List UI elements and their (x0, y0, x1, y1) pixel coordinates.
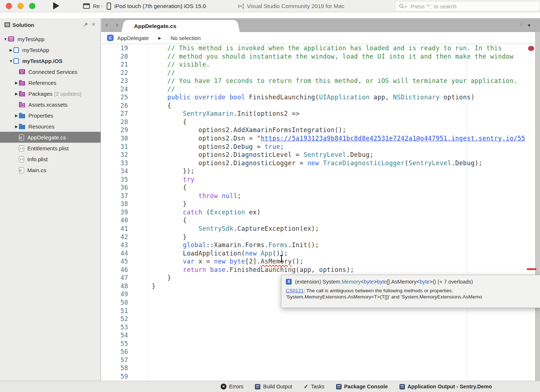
error-tooltip: X (extension) System.Memory<byte> byte[]… (281, 275, 540, 308)
sidebar-item-info-plist[interactable]: Info.plist (0, 154, 100, 165)
line-number: 24 (101, 85, 128, 94)
sidebar-item-label: References (28, 80, 56, 86)
sidebar-item-main-cs[interactable]: Main.cs (0, 165, 100, 175)
editor-area: ‹ › AppDelegate.cs ▼ C AppDelegate ▶ No … (101, 18, 540, 381)
error-code-link[interactable]: CS0121 (286, 288, 304, 293)
column-ruler (467, 44, 468, 381)
sidebar-item-label: Main.cs (27, 167, 46, 173)
sidebar-item-mytestapp-solution[interactable]: ▼myTestApp (0, 33, 100, 44)
sidebar-item-entitlements-plist[interactable]: Entitlements.plist (0, 143, 100, 154)
sidebar-item-mytestapp-ios[interactable]: ▼myTestApp.iOS (0, 55, 100, 66)
dock-item-label: Build Output (263, 384, 292, 389)
configuration-selector[interactable]: Re (93, 3, 100, 9)
collapsed-arrow-icon[interactable]: ▶ (14, 114, 19, 118)
tab-appdelegate[interactable]: AppDelegate.cs (126, 20, 235, 32)
code-line-56: 56 (101, 348, 540, 356)
pin-icon[interactable] (83, 22, 88, 29)
sidebar-item-appdelegate-cs[interactable]: AppDelegate.cs (0, 132, 100, 143)
line-number: 45 (101, 257, 128, 266)
folder-blue-icon (19, 125, 25, 129)
code-line-30: 30 options2.Dsn = "https://5a193123a9b84… (101, 134, 540, 143)
code-line-46: 46 return base.FinishedLaunching(app, op… (101, 266, 540, 274)
line-number: 53 (101, 323, 128, 332)
code-line-53: 53 (101, 323, 540, 332)
collapsed-arrow-icon[interactable]: ▶ (14, 92, 19, 96)
line-number: 48 (101, 282, 128, 290)
line-number: 44 (101, 249, 128, 258)
collapsed-arrow-icon[interactable]: ▶ (8, 48, 13, 52)
zoom-window-button[interactable] (29, 3, 35, 9)
sidebar-item-packages[interactable]: ▶Packages (2 updates) (0, 88, 100, 99)
line-number: 54 (101, 331, 128, 340)
sidebar-item-connected-services[interactable]: Connected Services (0, 66, 100, 77)
configuration-icon[interactable] (83, 3, 90, 9)
cs-file-icon (19, 134, 24, 140)
expanded-arrow-icon[interactable]: ▼ (8, 59, 13, 63)
expanded-arrow-icon[interactable]: ▼ (3, 37, 8, 41)
line-number: 56 (101, 348, 128, 356)
navigate-back-button[interactable]: ‹ (106, 20, 108, 29)
dock-item-build-output[interactable]: Build Output (255, 384, 292, 389)
collapsed-arrow-icon[interactable]: ▶ (14, 81, 19, 85)
code-line-37: 37 throw null; (101, 192, 540, 200)
line-number: 19 (101, 44, 128, 52)
tab-bar: ‹ › AppDelegate.cs ▼ (101, 18, 540, 32)
dock-item-label: Tasks (311, 384, 324, 389)
dock-item-label: Package Console (344, 384, 388, 389)
dock-item-tasks[interactable]: ✓Tasks (304, 383, 324, 390)
collapsed-arrow-icon[interactable]: ▶ (14, 124, 19, 128)
line-number: 36 (101, 183, 128, 192)
line-number: 52 (101, 315, 128, 323)
solution-icon (8, 36, 14, 41)
build-output-icon (255, 384, 260, 389)
code-line-52: 52 (101, 315, 540, 323)
editor-scrollbar[interactable] (535, 32, 540, 381)
sidebar-item-label: Entitlements.plist (27, 145, 68, 151)
close-window-button[interactable] (6, 3, 12, 9)
sidebar-item-resources[interactable]: ▶Resources (0, 121, 100, 132)
tab-list-dropdown-icon[interactable]: ▼ (527, 23, 531, 28)
close-icon[interactable]: ✕ (91, 21, 96, 27)
line-number: 34 (101, 167, 128, 175)
line-number: 23 (101, 77, 128, 85)
dsn-link[interactable]: https://5a193123a9b841bc8d8e42531e7242a1… (261, 135, 525, 142)
device-icon (107, 3, 111, 10)
breadcrumb-selection[interactable]: No selection (170, 35, 201, 41)
dock-item-package-console[interactable]: Package Console (336, 384, 388, 389)
line-number: 59 (101, 372, 128, 381)
plist-file-icon (19, 145, 24, 151)
code-line-25: 25 public override bool FinishedLaunchin… (101, 93, 540, 102)
search-input[interactable] (411, 2, 535, 10)
sidebar-item-properties[interactable]: ▶Properties (0, 110, 100, 121)
sidebar-item-assets-xcassets[interactable]: Assets.xcassets (0, 99, 100, 110)
solution-pad-header: Solution ✕ (0, 18, 100, 32)
code-line-35: 35 try (101, 175, 540, 184)
tasks-icon: ✓ (304, 383, 308, 390)
folder-blue-icon (19, 114, 25, 118)
breadcrumb-class[interactable]: AppDelegate (117, 35, 149, 41)
line-number: 42 (101, 233, 128, 241)
run-button[interactable] (53, 2, 59, 9)
device-selector[interactable]: iPod touch (7th generation) iOS 15.0 (114, 3, 206, 9)
code-line-31: 31 options2.Debug = true; (101, 143, 540, 151)
sidebar-item-label: Properties (28, 112, 53, 119)
dock-item-errors[interactable]: Errors (221, 384, 243, 389)
line-number: 28 (101, 118, 128, 126)
code-line-54: 54 (101, 331, 540, 340)
package-console-icon (336, 384, 342, 389)
code-line-42: 42 } (101, 233, 540, 241)
dock-item-application-output[interactable]: Application Output - Sentry.Demo (399, 384, 492, 389)
minimize-window-button[interactable] (17, 3, 24, 9)
search-box[interactable]: ▾ (395, 1, 540, 11)
sidebar-item-mytestapp-project[interactable]: ▶myTestApp (0, 44, 100, 55)
cs-file-icon (19, 167, 24, 173)
sidebar-item-suffix: (2 updates) (52, 91, 82, 97)
extension-method-icon: X (286, 279, 292, 285)
navigate-forward-button[interactable]: › (116, 20, 118, 29)
sidebar-item-label: myTestApp.iOS (22, 58, 63, 64)
sidebar-item-references[interactable]: ▶References (0, 77, 100, 88)
solution-tree: ▼myTestApp▶myTestApp▼myTestApp.iOSConnec… (0, 33, 100, 175)
code-editor[interactable]: 19 // This method is invoked when the ap… (101, 44, 540, 381)
sidebar-item-label: AppDelegate.cs (27, 134, 66, 140)
errors-icon (221, 384, 226, 389)
